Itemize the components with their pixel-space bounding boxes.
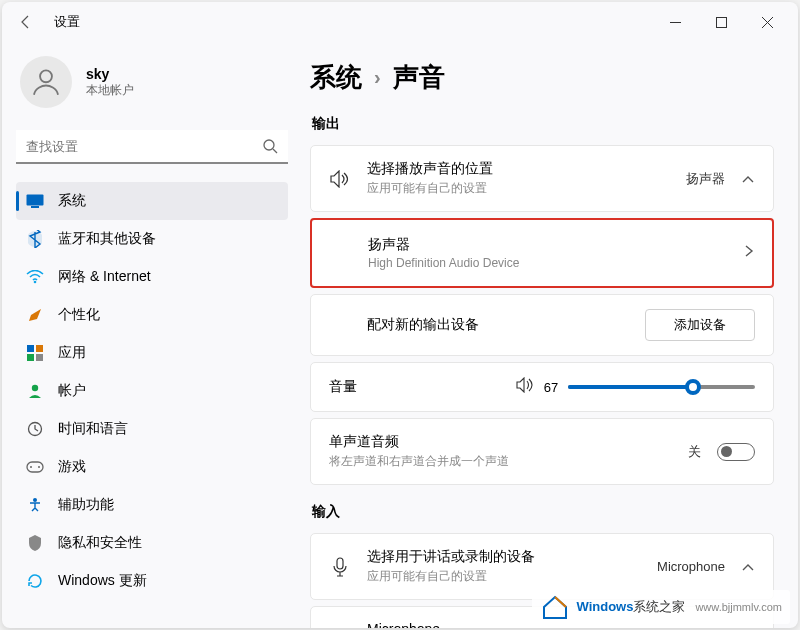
profile-account-type: 本地帐户 — [86, 82, 134, 99]
window-title: 设置 — [54, 13, 80, 31]
breadcrumb-current: 声音 — [393, 60, 445, 95]
sidebar-item-apps[interactable]: 应用 — [16, 334, 288, 372]
sidebar-item-privacy[interactable]: 隐私和安全性 — [16, 524, 288, 562]
svg-rect-9 — [27, 345, 34, 352]
pair-output-label: 配对新的输出设备 — [367, 316, 629, 334]
maximize-icon — [716, 17, 727, 28]
bluetooth-icon — [26, 230, 44, 248]
brush-icon — [26, 306, 44, 324]
svg-point-3 — [264, 140, 274, 150]
microphone-icon — [329, 557, 351, 577]
chevron-up-icon — [741, 558, 755, 576]
titlebar: 设置 — [2, 2, 798, 42]
svg-rect-12 — [36, 354, 43, 361]
search-input[interactable] — [16, 130, 288, 164]
profile-info: sky 本地帐户 — [86, 66, 134, 99]
search-icon — [262, 138, 278, 158]
svg-rect-5 — [27, 195, 44, 206]
svg-rect-1 — [716, 17, 726, 27]
svg-point-17 — [38, 466, 40, 468]
arrow-left-icon — [18, 14, 34, 30]
profile-block[interactable]: sky 本地帐户 — [16, 52, 288, 112]
apps-icon — [26, 344, 44, 362]
volume-label: 音量 — [329, 378, 500, 396]
input-choose-title: 选择用于讲话或录制的设备 — [367, 548, 641, 566]
output-speaker-title: 扬声器 — [368, 236, 728, 254]
sidebar-item-label: 个性化 — [58, 306, 100, 324]
sidebar-item-accessibility[interactable]: 辅助功能 — [16, 486, 288, 524]
svg-point-18 — [33, 498, 37, 502]
sidebar-item-label: 帐户 — [58, 382, 86, 400]
sidebar-item-label: 应用 — [58, 344, 86, 362]
close-button[interactable] — [744, 6, 790, 38]
slider-fill — [568, 385, 693, 389]
profile-name: sky — [86, 66, 134, 82]
minimize-button[interactable] — [652, 6, 698, 38]
clock-icon — [26, 420, 44, 438]
svg-line-4 — [273, 149, 277, 153]
slider-track[interactable] — [568, 385, 755, 389]
sidebar-item-time[interactable]: 时间和语言 — [16, 410, 288, 448]
watermark: Windows系统之家 www.bjjmmlv.com — [532, 590, 790, 624]
output-choose-card[interactable]: 选择播放声音的位置 应用可能有自己的设置 扬声器 — [310, 145, 774, 212]
svg-rect-15 — [27, 462, 43, 472]
chevron-up-icon — [741, 170, 755, 188]
sidebar-item-label: 蓝牙和其他设备 — [58, 230, 156, 248]
sidebar: sky 本地帐户 系统 蓝牙和其他设备 网络 & Internet 个性化 应用… — [2, 42, 302, 628]
input-section-label: 输入 — [312, 503, 774, 521]
output-section-label: 输出 — [312, 115, 774, 133]
output-speaker-sub: High Definition Audio Device — [368, 256, 728, 270]
input-choose-value: Microphone — [657, 559, 725, 574]
output-speaker-item[interactable]: 扬声器 High Definition Audio Device — [310, 218, 774, 288]
output-choose-sub: 应用可能有自己的设置 — [367, 180, 670, 197]
sidebar-item-system[interactable]: 系统 — [16, 182, 288, 220]
volume-slider[interactable]: 67 — [516, 377, 755, 397]
sidebar-item-bluetooth[interactable]: 蓝牙和其他设备 — [16, 220, 288, 258]
output-choose-title: 选择播放声音的位置 — [367, 160, 670, 178]
svg-rect-6 — [31, 206, 39, 208]
svg-point-13 — [32, 385, 38, 391]
svg-rect-10 — [36, 345, 43, 352]
volume-card: 音量 67 — [310, 362, 774, 412]
input-choose-sub: 应用可能有自己的设置 — [367, 568, 641, 585]
volume-value: 67 — [544, 380, 558, 395]
add-device-button[interactable]: 添加设备 — [645, 309, 755, 341]
svg-point-7 — [28, 231, 42, 247]
svg-point-16 — [30, 466, 32, 468]
close-icon — [762, 17, 773, 28]
speaker-icon — [329, 170, 351, 188]
sidebar-item-network[interactable]: 网络 & Internet — [16, 258, 288, 296]
main-panel: 系统 › 声音 输出 选择播放声音的位置 应用可能有自己的设置 扬声器 — [302, 42, 798, 628]
back-button[interactable] — [10, 6, 42, 38]
svg-rect-11 — [27, 354, 34, 361]
sidebar-item-label: 网络 & Internet — [58, 268, 151, 286]
svg-rect-19 — [337, 558, 343, 569]
account-icon — [26, 382, 44, 400]
sidebar-item-label: 游戏 — [58, 458, 86, 476]
sidebar-item-accounts[interactable]: 帐户 — [16, 372, 288, 410]
avatar — [20, 56, 72, 108]
maximize-button[interactable] — [698, 6, 744, 38]
shield-icon — [26, 534, 44, 552]
mono-toggle[interactable] — [717, 443, 755, 461]
sidebar-item-update[interactable]: Windows 更新 — [16, 562, 288, 600]
slider-thumb[interactable] — [685, 379, 701, 395]
sidebar-nav: 系统 蓝牙和其他设备 网络 & Internet 个性化 应用 帐户 时间和语言… — [16, 182, 288, 600]
output-choose-value: 扬声器 — [686, 170, 725, 188]
watermark-suffix: 系统之家 — [633, 599, 685, 614]
sidebar-item-label: 辅助功能 — [58, 496, 114, 514]
sidebar-item-gaming[interactable]: 游戏 — [16, 448, 288, 486]
system-icon — [26, 192, 44, 210]
breadcrumb-parent[interactable]: 系统 — [310, 60, 362, 95]
sidebar-item-label: Windows 更新 — [58, 572, 147, 590]
watermark-brand: Windows — [576, 599, 633, 614]
chevron-right-icon — [744, 244, 754, 262]
sidebar-item-label: 时间和语言 — [58, 420, 128, 438]
mono-title: 单声道音频 — [329, 433, 672, 451]
speaker-small-icon — [516, 377, 534, 397]
mono-card: 单声道音频 将左声道和右声道合并成一个声道 关 — [310, 418, 774, 485]
mono-state-label: 关 — [688, 443, 701, 461]
sidebar-item-personalize[interactable]: 个性化 — [16, 296, 288, 334]
chevron-right-icon: › — [374, 66, 381, 89]
accessibility-icon — [26, 496, 44, 514]
